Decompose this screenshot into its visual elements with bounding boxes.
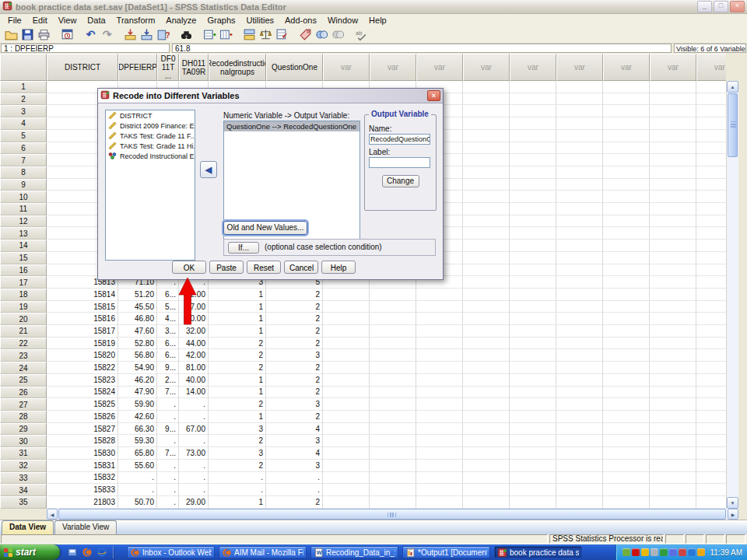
cell[interactable] — [510, 252, 556, 264]
cell[interactable] — [650, 398, 696, 411]
taskbar-button-book-practice-data-se[interactable]: book practice data se... — [494, 546, 582, 558]
cell[interactable]: 1 — [209, 496, 266, 509]
cell[interactable] — [510, 313, 556, 325]
cell[interactable] — [556, 166, 603, 179]
cell[interactable] — [696, 313, 726, 325]
recall-dialogs-icon[interactable] — [59, 26, 75, 42]
horizontal-scroll-thumb[interactable] — [58, 509, 726, 520]
menu-add-ons[interactable]: Add-ons — [279, 16, 322, 25]
cell[interactable]: 66.30 — [118, 423, 157, 436]
cell[interactable] — [370, 289, 416, 301]
menu-transform[interactable]: Transform — [111, 16, 161, 25]
cell[interactable]: 5... — [157, 301, 179, 313]
cell[interactable] — [463, 264, 510, 277]
cell[interactable] — [556, 301, 603, 313]
cell[interactable] — [463, 435, 510, 447]
cell[interactable] — [603, 411, 650, 423]
cell[interactable]: 2 — [266, 387, 323, 399]
row-header[interactable]: 7 — [0, 154, 47, 166]
cell[interactable] — [370, 313, 416, 325]
cell[interactable] — [463, 325, 510, 338]
row-header[interactable]: 29 — [0, 423, 47, 436]
cell[interactable] — [603, 398, 650, 411]
row-header[interactable]: 22 — [0, 338, 47, 350]
cell[interactable]: 15820 — [47, 349, 118, 362]
cell[interactable] — [463, 179, 510, 191]
cell[interactable] — [510, 447, 556, 460]
cell[interactable]: . — [179, 398, 209, 411]
cell[interactable]: 2 — [266, 496, 323, 509]
cell[interactable] — [556, 484, 603, 496]
cell[interactable] — [603, 227, 650, 240]
cell[interactable]: 15828 — [47, 435, 118, 447]
horizontal-scrollbar[interactable]: ◀ ▶ — [0, 509, 738, 520]
cell[interactable] — [556, 81, 603, 93]
transfer-left-arrow-icon[interactable]: ◀ — [200, 161, 217, 178]
menu-help[interactable]: Help — [363, 16, 392, 25]
cell[interactable] — [556, 276, 603, 289]
variables-info-icon[interactable]: ? — [155, 26, 171, 42]
row-header[interactable]: 16 — [0, 264, 47, 277]
cell[interactable] — [416, 338, 463, 350]
cell[interactable] — [603, 179, 650, 191]
cell[interactable] — [510, 142, 556, 155]
cell[interactable] — [696, 252, 726, 264]
cell[interactable]: 15830 — [47, 447, 118, 460]
cell[interactable] — [696, 264, 726, 277]
cell[interactable] — [556, 117, 603, 130]
cell[interactable]: 29.00 — [179, 496, 209, 509]
cell[interactable] — [650, 362, 696, 374]
cell[interactable] — [370, 338, 416, 350]
goto-variable-icon[interactable] — [139, 26, 155, 42]
cell[interactable]: 1 — [209, 289, 266, 301]
cell[interactable]: 15814 — [47, 289, 118, 301]
cell[interactable]: 4... — [157, 313, 179, 325]
cell[interactable] — [323, 472, 370, 485]
cell[interactable]: 7... — [157, 447, 179, 460]
row-header[interactable]: 9 — [0, 179, 47, 191]
cell[interactable]: 44.00 — [179, 338, 209, 350]
cell[interactable]: 2 — [266, 362, 323, 374]
cell[interactable]: 2 — [209, 398, 266, 411]
cell[interactable] — [416, 313, 463, 325]
cell[interactable]: 54.90 — [118, 362, 157, 374]
cell[interactable] — [603, 484, 650, 496]
cell[interactable] — [603, 154, 650, 166]
cell[interactable] — [323, 301, 370, 313]
row-header[interactable]: 10 — [0, 191, 47, 203]
cell[interactable] — [323, 423, 370, 436]
cell[interactable]: 15817 — [47, 325, 118, 338]
cell[interactable] — [603, 472, 650, 485]
cell[interactable]: 59.30 — [118, 435, 157, 447]
column-header-var[interactable]: var — [650, 54, 696, 81]
cell[interactable] — [323, 387, 370, 399]
redo-icon[interactable]: ↷ — [99, 26, 115, 42]
source-variable[interactable]: Recoded Instructional E... — [106, 151, 195, 161]
cell[interactable]: 2 — [266, 374, 323, 387]
cell[interactable]: . — [157, 398, 179, 411]
row-header[interactable]: 2 — [0, 93, 47, 106]
cell[interactable] — [463, 460, 510, 472]
column-header-var[interactable]: var — [463, 54, 510, 81]
cell[interactable] — [650, 447, 696, 460]
cell[interactable]: 15825 — [47, 398, 118, 411]
cell[interactable] — [603, 203, 650, 215]
cell[interactable] — [510, 472, 556, 485]
cell[interactable] — [603, 325, 650, 338]
cell[interactable] — [650, 215, 696, 228]
cell[interactable] — [696, 130, 726, 142]
cell[interactable] — [696, 387, 726, 399]
cell[interactable]: . — [179, 472, 209, 485]
cell[interactable] — [510, 240, 556, 252]
cell[interactable]: 3 — [266, 460, 323, 472]
cell[interactable] — [603, 81, 650, 93]
cell[interactable] — [603, 338, 650, 350]
cell[interactable]: 6... — [157, 349, 179, 362]
cell[interactable]: 4 — [266, 447, 323, 460]
cell[interactable] — [510, 423, 556, 436]
cell[interactable] — [463, 301, 510, 313]
cell[interactable] — [696, 215, 726, 228]
cell[interactable] — [370, 423, 416, 436]
goto-case-icon[interactable] — [122, 26, 139, 42]
cell[interactable]: 21803 — [47, 496, 118, 509]
